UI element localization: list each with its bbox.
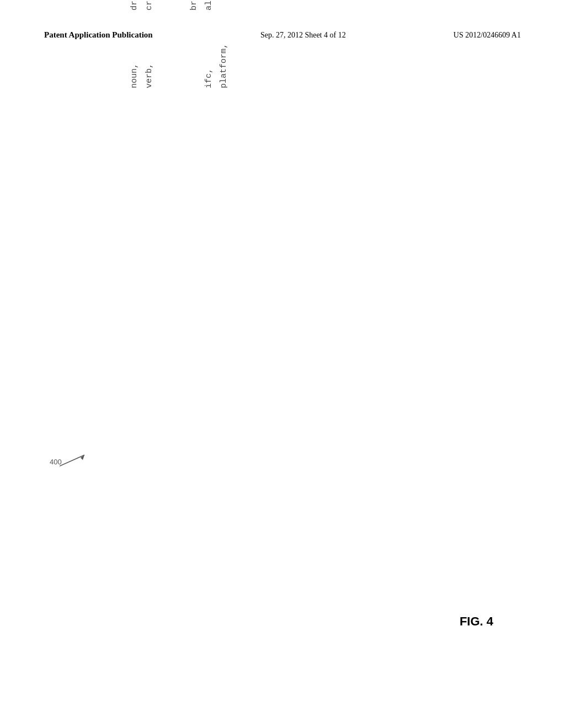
svg-line-0 — [60, 455, 84, 466]
code-content: noun, verb, ifc, platform, draft email c… — [127, 0, 231, 88]
ref-number-400: 400 — [50, 458, 62, 466]
header-patent-number: US 2012/0246609 A1 — [454, 31, 521, 40]
reference-arrow — [60, 452, 93, 469]
header: Patent Application Publication Sep. 27, … — [0, 30, 565, 40]
diagram-rotated-block: noun, verb, ifc, platform, draft email c… — [127, 0, 231, 88]
right-column-text: draft email create, list, view, move, se… — [127, 0, 231, 10]
left-column-text: noun, verb, ifc, platform, — [127, 44, 231, 88]
header-date-sheet: Sep. 27, 2012 Sheet 4 of 12 — [260, 31, 346, 40]
figure-label: FIG. 4 — [460, 614, 493, 629]
page-container: Patent Application Publication Sep. 27, … — [0, 0, 565, 728]
